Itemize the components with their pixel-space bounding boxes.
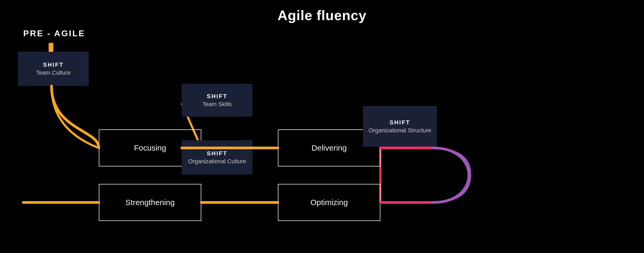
shift-teamskills-box: SHIFT Team Skills [182,84,253,117]
shift-teamskills-sub: Team Skills [202,101,232,108]
shift-orgstructure-sub: Organizational Structure [368,127,431,134]
shift-orgculture-label: SHIFT [207,150,228,157]
shift-preagile-sub: Team Culture [36,69,71,76]
optimizing-box: Optimizing [278,184,380,221]
optimizing-label: Optimizing [310,198,348,207]
shift-orgculture-sub: Organizational Culture [188,158,246,165]
shift-orgculture-box: SHIFT Organizational Culture [182,140,253,175]
shift-teamskills-label: SHIFT [207,93,228,100]
shift-preagile-label: SHIFT [43,61,64,68]
shift-orgstructure-label: SHIFT [390,119,410,126]
svg-rect-2 [50,43,53,52]
strengthening-box: Strengthening [99,184,201,221]
focusing-label: Focusing [134,143,166,152]
shift-preagile-box: SHIFT Team Culture [18,52,89,86]
page-title: Agile fluency [0,0,644,23]
svg-rect-9 [49,43,53,52]
pre-agile-label: PRE - AGILE [23,29,85,38]
shift-orgstructure-box: SHIFT Organizational Structure [363,106,437,147]
delivering-label: Delivering [311,143,347,152]
strengthening-label: Strengthening [125,198,175,207]
